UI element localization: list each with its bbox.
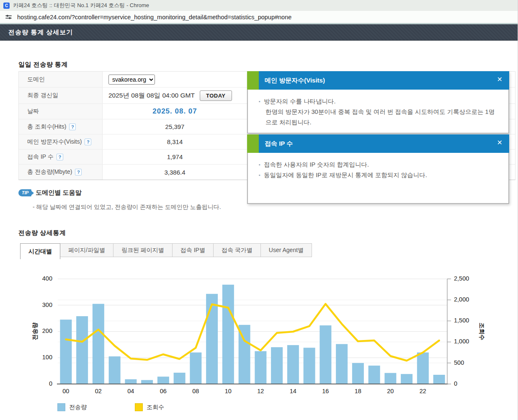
popup-header-bar: 전송량 통계 상세보기 (0, 23, 518, 41)
detail-stats-title: 전송량 상세통계 (18, 229, 66, 237)
bar-hour-10 (222, 285, 234, 384)
x-tick-label: 00 (62, 388, 69, 394)
bar-hour-13 (271, 347, 283, 384)
popup-body: ▪방문자의 수를 나타냅니다.한명의 방문자가 30분이내 중복 접속 및 여러… (247, 90, 509, 134)
x-tick-label: 16 (322, 388, 329, 394)
x-tick-label: 04 (127, 388, 134, 394)
left-tick-label: 300 (42, 301, 52, 308)
url-text[interactable]: hosting.cafe24.com/?controller=myservice… (17, 14, 291, 21)
right-tick-label: 0 (454, 380, 457, 387)
legend-label-transfer: 전송량 (69, 404, 87, 411)
tab-2[interactable]: 링크된 페이지별 (113, 243, 173, 257)
help-icon[interactable]: ? (85, 139, 91, 145)
legend-swatch-transfer (57, 403, 65, 411)
bar-hour-22 (417, 353, 429, 384)
bar-hour-12 (255, 351, 266, 384)
bar-hour-17 (336, 344, 348, 384)
browser-title-bar: C 카페24 호스팅 :: 대한민국 No.1 카페24 호스팅 - Chrom… (0, 0, 518, 11)
transfer-hourly-chart: 05001,0001,5002,0002,5000100200300400000… (0, 264, 518, 406)
bar-hour-00 (60, 320, 72, 384)
site-favicon: C (3, 3, 10, 9)
tab-5[interactable]: User Agent별 (261, 243, 312, 257)
bar-hour-04 (125, 379, 137, 384)
visits-label: 메인 방문자수(Visits) (27, 138, 82, 146)
left-axis-title: 전송량 (31, 322, 38, 340)
line-series-hits (66, 304, 439, 361)
help-popup-ip: 접속 IP 수 ✕ ▪접속한 사용자의 IP 숫자의 합계입니다.▪동일일자에 … (247, 134, 509, 204)
domain-select[interactable]: svakorea.org (108, 75, 155, 85)
transfer-label: 총 전송량(Mbyte) (27, 168, 72, 176)
bar-hour-14 (287, 345, 299, 384)
x-tick-label: 06 (160, 388, 167, 394)
popup-title: 메인 방문자수(Visits) (265, 77, 325, 85)
bullet-icon: ▪ (259, 96, 260, 107)
updated-label: 최종 갱신일 (27, 92, 58, 99)
popup-item-text: 동일일자에 동일한 IP로 재방문시 통계에 포함되지 않습니다. (264, 170, 427, 180)
chart-legend: 전송량 조회수 (57, 403, 164, 411)
bar-hour-06 (157, 376, 169, 384)
popup-item: ▪동일일자에 동일한 IP로 재방문시 통계에 포함되지 않습니다. (259, 170, 500, 180)
x-tick-label: 20 (387, 388, 394, 394)
browser-url-bar[interactable]: hosting.cafe24.com/?controller=myservice… (0, 11, 518, 23)
x-tick-label: 10 (225, 388, 232, 394)
domain-label: 도메인 (27, 76, 45, 83)
updated-value: 2025년 08월 08일 04:00 GMT (108, 91, 195, 100)
date-value: 2025. 08. 07 (152, 107, 197, 116)
tab-0[interactable]: 시간대별 (20, 243, 60, 259)
legend-item-hits: 조회수 (135, 403, 164, 411)
help-icon[interactable]: ? (75, 169, 82, 175)
today-button[interactable]: TODAY (200, 90, 232, 101)
legend-item-transfer: 전송량 (57, 403, 87, 411)
right-tick-label: 1,500 (454, 317, 469, 324)
bar-hour-23 (433, 375, 445, 384)
date-label: 날짜 (27, 108, 39, 115)
x-tick-label: 02 (95, 388, 102, 394)
popup-accent-block (247, 134, 259, 153)
bullet-icon: ▪ (259, 160, 260, 170)
tip-badge-icon: TIP (18, 189, 31, 196)
bar-hour-18 (352, 363, 364, 384)
popup-item: ▪접속한 사용자의 IP 숫자의 합계입니다. (259, 160, 500, 170)
popup-item-text: 한명의 방문자가 30분이내 중복 접속 및 여러 번 접속을 시도하여도 기록… (265, 107, 500, 127)
bar-hour-01 (76, 316, 88, 384)
popup-item-text: 접속한 사용자의 IP 숫자의 합계입니다. (264, 160, 369, 170)
left-tick-label: 100 (42, 354, 52, 361)
bar-hour-05 (141, 380, 153, 384)
bar-hour-07 (174, 373, 186, 384)
tab-1[interactable]: 페이지/파일별 (60, 243, 113, 257)
site-settings-tune-icon[interactable] (5, 13, 12, 21)
transfer-value: 3,386.4 (164, 169, 185, 176)
tab-4[interactable]: 접속 국가별 (214, 243, 261, 257)
visits-value: 8,314 (167, 138, 183, 145)
popup-title: 접속 IP 수 (265, 140, 293, 148)
ip-value: 1,974 (167, 153, 183, 160)
close-icon[interactable]: ✕ (497, 139, 503, 146)
legend-label-hits: 조회수 (147, 404, 164, 411)
bar-hour-08 (190, 353, 201, 384)
x-tick-label: 12 (257, 388, 264, 394)
right-tick-label: 2,000 (454, 296, 469, 303)
right-tick-label: 1,000 (454, 338, 469, 345)
bullet-icon: ▪ (259, 170, 260, 180)
left-tick-label: 0 (49, 380, 52, 387)
left-tick-label: 400 (42, 275, 52, 282)
help-icon[interactable]: ? (69, 124, 76, 130)
bar-hour-03 (109, 356, 121, 384)
popup-accent-block (247, 71, 259, 90)
help-icon[interactable]: ? (57, 154, 63, 160)
bar-hour-02 (93, 304, 104, 384)
x-tick-label: 22 (420, 388, 426, 394)
close-icon[interactable]: ✕ (497, 76, 503, 83)
tab-3[interactable]: 접속 IP별 (173, 243, 214, 257)
x-tick-label: 14 (290, 388, 296, 394)
popup-item: ▪방문자의 수를 나타냅니다. (259, 96, 500, 107)
tip-body: - 해당 날짜에 연결되어 있었고, 전송량이 존재하는 도메인만 노출됩니다. (33, 204, 221, 211)
hits-label: 총 조회수(Hits) (27, 123, 66, 131)
x-tick-label: 08 (192, 388, 199, 394)
left-tick-label: 200 (42, 327, 52, 334)
tip-row: TIP 도메인별 도움말 (18, 189, 82, 197)
hits-value: 25,397 (165, 123, 185, 130)
bar-hour-16 (320, 325, 331, 384)
bar-hour-20 (384, 373, 396, 384)
bar-hour-09 (206, 294, 218, 384)
